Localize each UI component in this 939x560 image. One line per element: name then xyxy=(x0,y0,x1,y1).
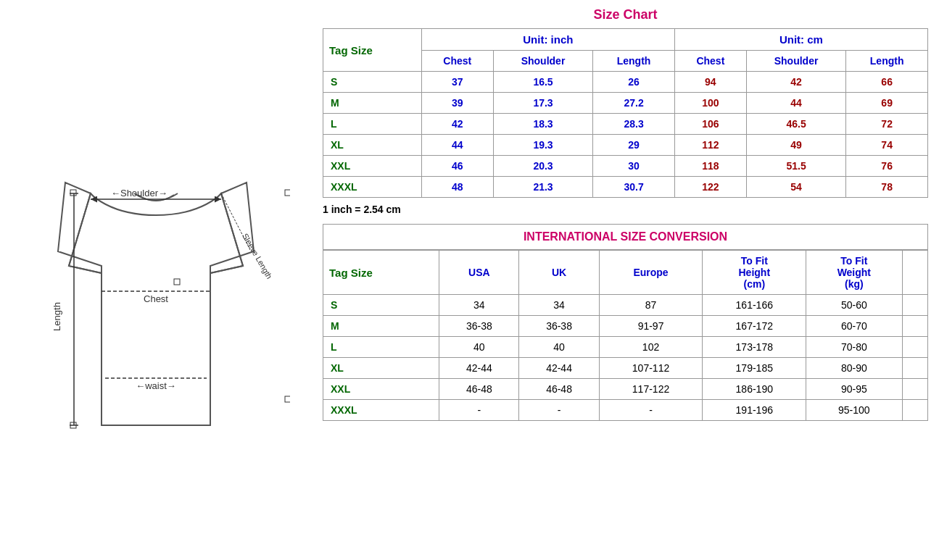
size-table-row: XXL 46 20.3 30 118 51.5 76 xyxy=(323,156,928,177)
intl-europe-cell: 107-112 xyxy=(599,358,703,379)
cm-shoulder-cell: 49 xyxy=(746,135,845,156)
intl-tag-header: Tag Size xyxy=(323,251,439,295)
intl-height-cell: 161-166 xyxy=(703,295,806,316)
intl-weight-cell: 60-70 xyxy=(806,316,902,337)
intl-weight-cell: 80-90 xyxy=(806,358,902,379)
size-table-row: M 39 17.3 27.2 100 44 69 xyxy=(323,93,928,114)
size-tag-cell: S xyxy=(323,72,422,93)
intl-uk-cell: - xyxy=(519,400,599,421)
inch-shoulder-cell: 18.3 xyxy=(493,114,592,135)
cm-chest-header: Chest xyxy=(674,51,746,72)
intl-empty-cell xyxy=(902,295,928,316)
intl-height-cell: 186-190 xyxy=(703,379,806,400)
tshirt-diagram: ←Shoulder→ Sleeve Length Chest Length xyxy=(22,121,290,440)
inch-length-cell: 30.7 xyxy=(593,177,675,198)
intl-title-table: INTERNATIONAL SIZE CONVERSION xyxy=(323,224,928,250)
intl-height-cell: 191-196 xyxy=(703,400,806,421)
size-table-row: S 37 16.5 26 94 42 66 xyxy=(323,72,928,93)
intl-uk-cell: 40 xyxy=(519,337,599,358)
cm-length-cell: 72 xyxy=(846,114,928,135)
inch-shoulder-cell: 20.3 xyxy=(493,156,592,177)
intl-europe-cell: 102 xyxy=(599,337,703,358)
inch-shoulder-cell: 17.3 xyxy=(493,93,592,114)
intl-height-cell: 167-172 xyxy=(703,316,806,337)
inch-length-header: Length xyxy=(593,51,675,72)
cm-length-cell: 74 xyxy=(846,135,928,156)
intl-uk-header: UK xyxy=(519,251,599,295)
intl-table-row: XXL 46-48 46-48 117-122 186-190 90-95 xyxy=(323,379,928,400)
cm-chest-cell: 112 xyxy=(674,135,746,156)
intl-table: Tag Size USA UK Europe To FitHeight(cm) … xyxy=(323,250,928,421)
intl-uk-cell: 36-38 xyxy=(519,316,599,337)
intl-tag-cell: XXL xyxy=(323,379,439,400)
inch-chest-cell: 37 xyxy=(421,72,493,93)
size-table-row: XXXL 48 21.3 30.7 122 54 78 xyxy=(323,177,928,198)
inch-length-cell: 26 xyxy=(593,72,675,93)
intl-height-cell: 179-185 xyxy=(703,358,806,379)
conversion-note: 1 inch = 2.54 cm xyxy=(323,198,928,221)
svg-rect-13 xyxy=(285,190,290,196)
intl-empty-cell xyxy=(902,316,928,337)
size-tag-cell: XXL xyxy=(323,156,422,177)
cm-chest-cell: 94 xyxy=(674,72,746,93)
svg-text:←waist→: ←waist→ xyxy=(136,380,176,391)
intl-usa-cell: 46-48 xyxy=(439,379,519,400)
size-tag-cell: L xyxy=(323,114,422,135)
intl-usa-header: USA xyxy=(439,251,519,295)
intl-europe-cell: 91-97 xyxy=(599,316,703,337)
svg-rect-14 xyxy=(285,396,290,402)
intl-empty-cell xyxy=(902,358,928,379)
intl-uk-cell: 42-44 xyxy=(519,358,599,379)
svg-text:←Shoulder→: ←Shoulder→ xyxy=(111,188,167,198)
unit-inch-header: Unit: inch xyxy=(421,29,674,51)
intl-tag-cell: XXXL xyxy=(323,400,439,421)
inch-chest-cell: 44 xyxy=(421,135,493,156)
cm-shoulder-header: Shoulder xyxy=(746,51,845,72)
intl-tag-cell: S xyxy=(323,295,439,316)
intl-tag-cell: XL xyxy=(323,358,439,379)
intl-europe-cell: 117-122 xyxy=(599,379,703,400)
inch-chest-header: Chest xyxy=(421,51,493,72)
intl-empty-cell xyxy=(902,400,928,421)
intl-weight-cell: 95-100 xyxy=(806,400,902,421)
intl-tag-cell: L xyxy=(323,337,439,358)
intl-uk-cell: 34 xyxy=(519,295,599,316)
inch-chest-cell: 42 xyxy=(421,114,493,135)
intl-weight-cell: 70-80 xyxy=(806,337,902,358)
intl-weight-cell: 90-95 xyxy=(806,379,902,400)
cm-length-cell: 69 xyxy=(846,93,928,114)
cm-chest-cell: 100 xyxy=(674,93,746,114)
intl-weight-header: To FitWeight(kg) xyxy=(806,251,902,295)
intl-empty-cell xyxy=(902,379,928,400)
cm-chest-cell: 118 xyxy=(674,156,746,177)
intl-table-row: L 40 40 102 173-178 70-80 xyxy=(323,337,928,358)
intl-europe-header: Europe xyxy=(599,251,703,295)
cm-shoulder-cell: 54 xyxy=(746,177,845,198)
inch-chest-cell: 46 xyxy=(421,156,493,177)
svg-text:Chest: Chest xyxy=(144,293,168,304)
intl-uk-cell: 46-48 xyxy=(519,379,599,400)
inch-length-cell: 27.2 xyxy=(593,93,675,114)
cm-length-cell: 66 xyxy=(846,72,928,93)
intl-usa-cell: 34 xyxy=(439,295,519,316)
intl-usa-cell: 40 xyxy=(439,337,519,358)
svg-rect-15 xyxy=(174,279,180,285)
right-panel: Size Chart Tag Size Unit: inch Unit: cm … xyxy=(312,0,939,428)
cm-shoulder-cell: 42 xyxy=(746,72,845,93)
inch-length-cell: 30 xyxy=(593,156,675,177)
size-chart-title: Size Chart xyxy=(323,7,928,22)
inch-shoulder-cell: 21.3 xyxy=(493,177,592,198)
intl-europe-cell: - xyxy=(599,400,703,421)
intl-europe-cell: 87 xyxy=(599,295,703,316)
intl-table-row: M 36-38 36-38 91-97 167-172 60-70 xyxy=(323,316,928,337)
size-table-row: XL 44 19.3 29 112 49 74 xyxy=(323,135,928,156)
svg-text:Sleeve Length: Sleeve Length xyxy=(241,231,274,280)
intl-empty-cell xyxy=(902,337,928,358)
intl-size-title: INTERNATIONAL SIZE CONVERSION xyxy=(518,225,733,248)
intl-usa-cell: - xyxy=(439,400,519,421)
size-tag-cell: M xyxy=(323,93,422,114)
size-tag-cell: XXXL xyxy=(323,177,422,198)
intl-height-header: To FitHeight(cm) xyxy=(703,251,806,295)
cm-shoulder-cell: 46.5 xyxy=(746,114,845,135)
left-panel: ←Shoulder→ Sleeve Length Chest Length xyxy=(0,0,312,560)
